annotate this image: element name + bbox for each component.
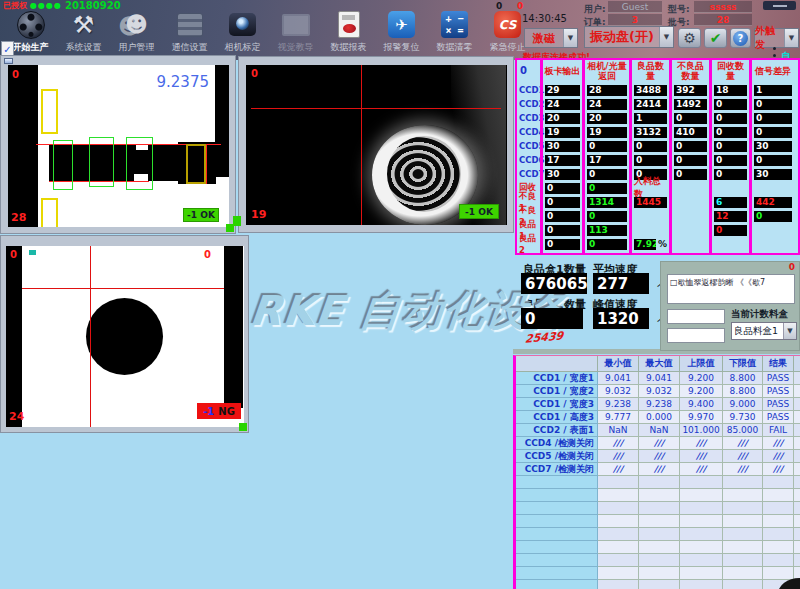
result-badge-ok: -1 OK <box>183 208 219 222</box>
stats-column: 回收数量180000006120 <box>709 60 749 253</box>
input-field-2[interactable] <box>667 328 725 343</box>
results-cell: 0.000 <box>639 411 680 424</box>
stats-cell <box>632 209 669 223</box>
results-row-label: CCD1 / 宽度1 <box>516 372 598 385</box>
value-box: 30 <box>754 141 792 152</box>
results-row-label: CCD2 / 表面1 <box>516 424 598 437</box>
stats-cell: 0 <box>632 139 669 153</box>
value-box: 17 <box>587 155 627 166</box>
value-box: 6 <box>714 197 747 208</box>
toolbar-button-monitor: 视觉教导 <box>269 9 322 59</box>
results-cell <box>598 502 639 515</box>
results-cell: /// <box>763 437 794 450</box>
results-cell: 9.970 <box>680 411 723 424</box>
stats-cell: 0 <box>632 153 669 167</box>
roi-rect-green <box>126 137 153 190</box>
order-value: 3 <box>608 14 662 26</box>
stats-cell: 17 <box>543 153 582 167</box>
stats-row-label: CCD5 <box>517 139 540 153</box>
chevron-down-icon[interactable]: ▼ <box>659 27 673 47</box>
value-box: 3132 <box>634 127 667 138</box>
results-cell: PASS <box>763 372 794 385</box>
stats-row-label: CCD6 <box>517 153 540 167</box>
results-cell <box>598 567 639 580</box>
emergency-count-red: 0 <box>517 1 523 11</box>
batch-value: 28 <box>694 14 752 26</box>
chevron-down-icon[interactable]: ▼ <box>783 323 796 339</box>
value-box: 0 <box>587 183 627 194</box>
stats-column-header: 良品数量 <box>632 60 669 83</box>
results-cell: 241 <box>794 424 800 437</box>
excitation-combo[interactable]: 激磁 ▼ <box>524 28 578 48</box>
results-row-label <box>516 515 598 528</box>
image-region <box>224 246 243 408</box>
results-header-corner <box>516 356 598 372</box>
results-cell <box>680 554 723 567</box>
value-box: 0 <box>545 225 580 236</box>
stats-cell: 2414 <box>632 97 669 111</box>
panel-counter: 0 <box>789 262 795 272</box>
chevron-down-icon[interactable]: ▼ <box>784 29 798 47</box>
results-cell <box>763 528 794 541</box>
results-cell: /// <box>598 437 639 450</box>
settings-button[interactable]: ⚙ <box>678 28 701 48</box>
ng-value: -1 <box>203 406 214 417</box>
stats-cell: 24 <box>543 97 582 111</box>
results-row-label: CCD1 / 宽度2 <box>516 385 598 398</box>
results-cell: 9.777 <box>598 411 639 424</box>
camera-counter: 0 <box>204 249 211 260</box>
value-box: 0 <box>754 155 792 166</box>
stats-cell: 28 <box>585 83 629 97</box>
minimize-button[interactable] <box>763 1 796 10</box>
vibration-plate-combo[interactable]: 振动盘(开) ▼ <box>584 26 674 48</box>
trigger-mode-combo[interactable]: 外触发 ▼ <box>754 28 799 48</box>
stats-cell <box>672 195 709 209</box>
toolbar-button-calculator[interactable]: + −× =数据清零 <box>428 9 481 59</box>
results-cell <box>794 476 800 489</box>
toolbar-button-camera[interactable]: 相机标定 <box>216 9 269 59</box>
resize-handle[interactable] <box>239 423 247 431</box>
current-box-label: 当前计数料盒 <box>731 308 788 321</box>
value-box: 24 <box>587 99 627 110</box>
results-cell: 9.200 <box>680 385 723 398</box>
results-cell: /// <box>723 463 763 476</box>
toolbar-button-tools[interactable]: ⚒系统设置 <box>57 9 110 59</box>
toolbar-button-alarm-reset[interactable]: ✈报警复位 <box>375 9 428 59</box>
resize-handle[interactable] <box>233 216 241 226</box>
stats-cell: 19 <box>585 125 629 139</box>
results-table: 最小值最大值上限值下限值结果OK数CCD1 / 宽度19.0419.0419.2… <box>513 355 800 589</box>
chevron-down-icon[interactable]: ▼ <box>563 29 577 47</box>
reel-icon <box>17 11 45 39</box>
stats-cell: 30 <box>543 167 582 181</box>
red-crosshair-h <box>251 108 501 109</box>
stats-cell: 1 <box>752 83 794 97</box>
message-box[interactable]: □歇恤翠返樛韵晰 《《歇7 <box>667 274 795 304</box>
stats-row-label: CCD4 <box>517 125 540 139</box>
monitor-icon <box>282 14 310 36</box>
stats-cell: 19 <box>543 125 582 139</box>
hole-silhouette <box>86 298 163 375</box>
stats-cell: 0 <box>752 125 794 139</box>
current-box-select[interactable]: 良品料盒1 ▼ <box>731 322 797 340</box>
camera-window-1: 0 9.2375 28 -1 OK <box>0 55 236 234</box>
results-cell: 101.000 <box>680 424 723 437</box>
results-cell <box>680 567 723 580</box>
value-box: 0 <box>754 127 792 138</box>
value-box: 19 <box>587 127 627 138</box>
thread-rings <box>387 136 461 212</box>
results-row-label: CCD4 /检测关闭 <box>516 437 598 450</box>
value-box: 2414 <box>634 99 667 110</box>
toolbar-button-report[interactable]: 数据报表 <box>322 9 375 59</box>
stats-cell: 0 <box>672 139 709 153</box>
results-row-label: CCD5 /检测关闭 <box>516 450 598 463</box>
confirm-button[interactable]: ✔ <box>704 28 727 48</box>
stats-corner: 0 <box>517 60 540 83</box>
value-box: 17 <box>545 155 580 166</box>
stats-cell: 442 <box>752 195 794 209</box>
toolbar-button-users[interactable]: ☻用户管理 <box>110 9 163 59</box>
marker <box>29 250 36 255</box>
input-field-1[interactable] <box>667 309 725 324</box>
toolbar-button-server[interactable]: 通信设置 <box>163 9 216 59</box>
results-row-label <box>516 476 598 489</box>
help-button[interactable]: ? <box>730 28 751 48</box>
